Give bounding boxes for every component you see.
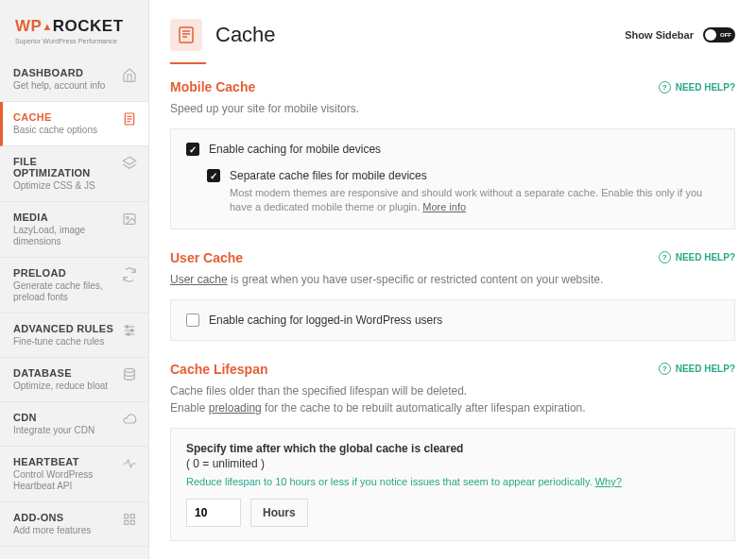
svg-rect-18 (180, 27, 193, 42)
nav-item-sub: Optimize CSS & JS (13, 180, 116, 192)
database-icon (122, 367, 137, 385)
sidebar-item-file-optimization[interactable]: FILE OPTIMIZATIONOptimize CSS & JS (0, 146, 148, 202)
nav-item-sub: Add more features (13, 525, 91, 536)
svg-rect-14 (125, 515, 129, 518)
nav-item-title: ADVANCED RULES (13, 323, 113, 334)
panel-user: Enable caching for logged-in WordPress u… (170, 299, 735, 341)
sidebar-item-dashboard[interactable]: DASHBOARDGet help, account info (0, 58, 148, 102)
brand-tagline: Superior WordPress Performance (15, 38, 133, 44)
section-user-cache: User Cache ? NEED HELP? User cache is gr… (170, 250, 735, 341)
svg-marker-4 (123, 157, 135, 164)
sidebar-item-advanced-rules[interactable]: ADVANCED RULESFine-tune cache rules (0, 313, 148, 358)
main-content: Cache Show Sidebar OFF Mobile Cache ? NE… (149, 0, 756, 559)
sidebar: WP▲ROCKET Superior WordPress Performance… (0, 0, 149, 559)
section-title-mobile: Mobile Cache (170, 79, 255, 94)
sidebar-nav: DASHBOARDGet help, account infoCACHEBasi… (0, 58, 148, 547)
brand-wp: WP (15, 17, 42, 35)
toggle-off-label: OFF (720, 32, 731, 38)
brand-logo: WP▲ROCKET Superior WordPress Performance (0, 0, 148, 58)
cloud-icon (122, 412, 137, 430)
label-separate-cache: Separate cache files for mobile devices (230, 169, 719, 182)
panel-mobile: ✓ Enable caching for mobile devices ✓ Se… (170, 128, 735, 229)
label-mobile-cache: Enable caching for mobile devices (209, 143, 381, 156)
lifespan-hint: Reduce lifespan to 10 hours or less if y… (186, 476, 719, 487)
nav-item-title: PRELOAD (13, 267, 116, 279)
preloading-link[interactable]: preloading (209, 401, 262, 415)
nav-item-sub: Get help, account info (13, 80, 105, 92)
svg-rect-15 (130, 515, 134, 518)
nav-item-sub: Fine-tune cache rules (13, 336, 113, 347)
page-file-icon (170, 19, 202, 51)
lifespan-panel-title: Specify time after which the global cach… (186, 442, 719, 455)
more-info-link[interactable]: More info (422, 201, 466, 212)
svg-point-10 (126, 326, 129, 329)
svg-point-6 (127, 216, 129, 219)
nav-item-title: DATABASE (13, 367, 108, 379)
lifespan-value-input[interactable] (186, 499, 241, 527)
sidebar-item-cdn[interactable]: CDNIntegrate your CDN (0, 402, 148, 447)
lifespan-unit-select[interactable]: Hours (250, 499, 308, 527)
nav-item-sub: LazyLoad, image dimensions (13, 225, 116, 247)
nav-item-title: ADD-ONS (13, 512, 91, 523)
section-desc-user: User cache is great when you have user-s… (170, 271, 735, 288)
section-mobile-cache: Mobile Cache ? NEED HELP? Speed up your … (170, 79, 735, 229)
heart-icon (122, 456, 137, 474)
file-icon (122, 111, 137, 129)
nav-item-sub: Basic cache options (13, 125, 97, 136)
sidebar-item-media[interactable]: MEDIALazyLoad, image dimensions (0, 202, 148, 258)
refresh-icon (122, 267, 137, 285)
sidebar-item-add-ons[interactable]: ADD-ONSAdd more features (0, 502, 148, 547)
checkbox-separate-cache[interactable]: ✓ (207, 169, 220, 182)
question-icon: ? (659, 81, 671, 93)
show-sidebar-label: Show Sidebar (625, 29, 694, 41)
home-icon (122, 67, 137, 85)
brand-rocket: ROCKET (53, 17, 124, 35)
panel-lifespan: Specify time after which the global cach… (170, 428, 735, 541)
nav-item-title: HEARTBEAT (13, 456, 116, 467)
checkbox-user-cache[interactable] (186, 313, 199, 327)
svg-rect-5 (124, 214, 135, 225)
need-help-lifespan[interactable]: ? NEED HELP? (659, 363, 735, 375)
need-help-mobile[interactable]: ? NEED HELP? (659, 81, 735, 93)
nav-item-sub: Generate cache files, preload fonts (13, 280, 116, 303)
grid-icon (122, 512, 137, 530)
section-title-lifespan: Cache Lifespan (170, 362, 267, 377)
nav-item-title: CDN (13, 412, 94, 423)
section-desc-lifespan: Cache files older than the specified lif… (170, 382, 735, 416)
brand-flame-icon: ▲ (42, 21, 52, 32)
nav-item-sub: Optimize, reduce bloat (13, 381, 108, 392)
section-title-user: User Cache (170, 250, 243, 265)
sidebar-item-cache[interactable]: CACHEBasic cache options (0, 102, 148, 146)
nav-item-sub: Integrate your CDN (13, 425, 94, 436)
svg-rect-16 (125, 520, 129, 524)
svg-rect-17 (130, 520, 134, 524)
nav-item-title: MEDIA (13, 212, 116, 223)
svg-point-12 (127, 333, 129, 336)
desc-separate-cache: Most modern themes are responsive and sh… (230, 186, 719, 215)
svg-point-13 (125, 368, 135, 372)
user-cache-link[interactable]: User cache (170, 273, 228, 286)
nav-item-title: DASHBOARD (13, 67, 105, 78)
sliders-icon (122, 323, 137, 341)
section-desc-mobile: Speed up your site for mobile visitors. (170, 100, 735, 117)
page-title: Cache (215, 23, 276, 47)
page-header: Cache Show Sidebar OFF (170, 0, 735, 62)
checkbox-mobile-cache[interactable]: ✓ (186, 143, 199, 156)
nav-item-sub: Control WordPress Heartbeat API (13, 469, 116, 492)
sidebar-item-database[interactable]: DATABASEOptimize, reduce bloat (0, 358, 148, 402)
layers-icon (122, 156, 137, 174)
why-link[interactable]: Why? (595, 476, 622, 487)
section-cache-lifespan: Cache Lifespan ? NEED HELP? Cache files … (170, 362, 735, 541)
question-icon: ? (659, 363, 671, 375)
svg-point-11 (130, 330, 133, 332)
need-help-user[interactable]: ? NEED HELP? (659, 251, 735, 263)
nav-item-title: CACHE (13, 111, 97, 123)
nav-item-title: FILE OPTIMIZATION (13, 156, 116, 178)
label-user-cache: Enable caching for logged-in WordPress u… (209, 313, 442, 327)
image-icon (122, 212, 137, 229)
show-sidebar-toggle[interactable]: OFF (703, 27, 735, 42)
question-icon: ? (659, 251, 671, 263)
lifespan-panel-subtitle: ( 0 = unlimited ) (186, 457, 719, 470)
sidebar-item-preload[interactable]: PRELOADGenerate cache files, preload fon… (0, 258, 148, 313)
sidebar-item-heartbeat[interactable]: HEARTBEATControl WordPress Heartbeat API (0, 447, 148, 502)
